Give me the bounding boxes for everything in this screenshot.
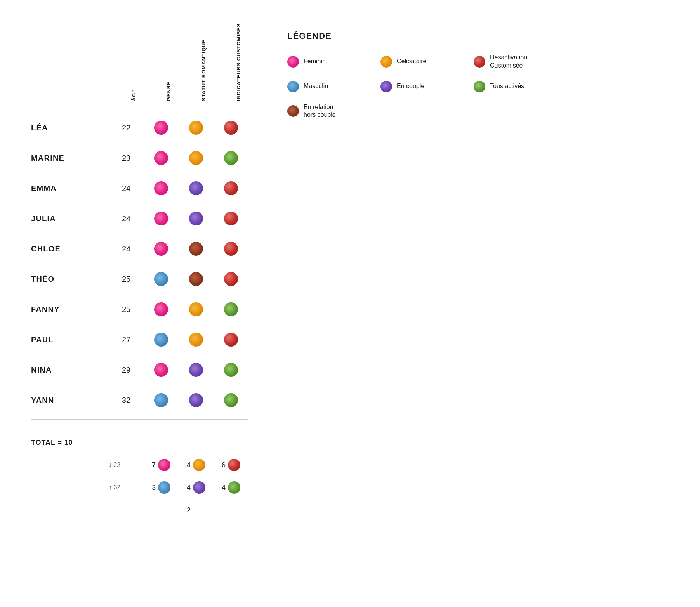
table-row: PAUL 27 (31, 324, 256, 355)
indicateur-dot (224, 242, 238, 256)
genre-dot (154, 181, 168, 195)
indicateur-dot (224, 212, 238, 225)
row-age: 24 (109, 245, 144, 253)
total-row: 2 (31, 499, 256, 521)
indicateur-dot (224, 151, 238, 165)
dot-genre (144, 363, 179, 377)
total-statut-dot (193, 481, 205, 494)
row-age: 25 (109, 305, 144, 314)
table-row: THÉO 25 (31, 264, 256, 294)
genre-dot (154, 363, 168, 377)
total-arrow-age: ↓ 22 (109, 461, 144, 468)
dot-statut (179, 363, 214, 377)
table-section: ÂGE GENRE STATUT ROMANTIQUE INDICATEURS … (31, 23, 256, 521)
legend-label-tous-actives: Tous activés (490, 82, 524, 90)
total-row: ↑ 32 3 4 4 (31, 476, 256, 499)
dot-indicateur (214, 272, 248, 286)
legend-label-relation-hors-couple: En relation hors couple (304, 103, 336, 120)
legend-dot-relation-hors-couple (287, 105, 299, 117)
col-header-age: ÂGE (116, 89, 151, 101)
row-name: EMMA (31, 184, 109, 193)
dot-statut (179, 121, 214, 135)
legend-dot-tous-actives (474, 81, 485, 92)
total-indicateur-cell: 4 (214, 481, 248, 494)
dot-statut (179, 242, 214, 256)
genre-dot (154, 272, 168, 286)
total-statut-dot (193, 459, 205, 471)
dot-statut (179, 333, 214, 347)
dot-statut (179, 151, 214, 165)
statut-dot (189, 121, 203, 135)
dot-indicateur (214, 151, 248, 165)
col-header-indicateurs: INDICATEURS CUSTOMISÉS (221, 23, 256, 101)
row-age: 29 (109, 366, 144, 375)
row-name: CHLOÉ (31, 245, 109, 253)
statut-dot (189, 333, 203, 347)
total-statut-dot (193, 504, 205, 516)
legend-item-célibataire: Célibataire (380, 54, 466, 70)
col-header-statut: STATUT ROMANTIQUE (186, 39, 221, 101)
row-name: NINA (31, 366, 109, 375)
total-rows-body: ↓ 22 7 4 6 ↑ 32 3 4 4 2 (31, 454, 256, 521)
indicateur-dot (224, 302, 238, 316)
total-arrow-age: ↑ 32 (109, 484, 144, 491)
dot-genre (144, 121, 179, 135)
dot-genre (144, 242, 179, 256)
statut-dot (189, 393, 203, 407)
row-age: 24 (109, 214, 144, 223)
genre-dot (154, 393, 168, 407)
row-age: 25 (109, 275, 144, 284)
row-name: THÉO (31, 275, 109, 284)
dot-statut (179, 302, 214, 316)
total-label: TOTAL = 10 (31, 439, 109, 447)
total-genre-cell: 7 (144, 459, 179, 471)
total-label-row: TOTAL = 10 (31, 431, 256, 454)
genre-dot (154, 212, 168, 225)
dot-indicateur (214, 181, 248, 195)
legend-item-désactivation: Désactivation Customisée (474, 54, 582, 70)
legend-dot-en-couple (380, 81, 392, 92)
table-row: MARINE 23 (31, 143, 256, 173)
row-name: JULIA (31, 214, 109, 223)
dot-genre (144, 212, 179, 225)
total-genre-cell: 3 (144, 481, 179, 494)
dot-statut (179, 393, 214, 407)
indicateur-dot (224, 272, 238, 286)
total-indicateur-cell: 6 (214, 459, 248, 471)
indicateur-dot (224, 393, 238, 407)
dot-indicateur (214, 212, 248, 225)
row-age: 32 (109, 396, 144, 405)
dot-genre (144, 393, 179, 407)
legend-section: LÉGENDE Féminin Célibataire Désactivatio… (287, 23, 582, 119)
dot-indicateur (214, 393, 248, 407)
total-statut-cell: 4 (179, 481, 214, 494)
legend-dot-masculin (287, 81, 299, 92)
total-row: ↓ 22 7 4 6 (31, 454, 256, 476)
total-indicateur-dot (228, 481, 240, 494)
table-row: EMMA 24 (31, 173, 256, 203)
row-name: YANN (31, 396, 109, 405)
indicateur-dot (224, 181, 238, 195)
table-body: LÉA 22 MARINE 23 EMMA 24 (31, 113, 256, 415)
dot-genre (144, 151, 179, 165)
legend-label-désactivation: Désactivation Customisée (490, 54, 527, 70)
legend-item-en-couple: En couple (380, 81, 466, 92)
genre-dot (154, 242, 168, 256)
total-section: TOTAL = 10 ↓ 22 7 4 6 ↑ 32 3 4 4 2 (31, 423, 256, 521)
genre-dot (154, 121, 168, 135)
col-header-genre: GENRE (151, 81, 186, 101)
legend-dot-désactivation (474, 56, 485, 68)
statut-dot (189, 181, 203, 195)
dot-indicateur (214, 363, 248, 377)
statut-dot (189, 242, 203, 256)
statut-dot (189, 302, 203, 316)
indicateur-dot (224, 363, 238, 377)
statut-dot (189, 212, 203, 225)
dot-indicateur (214, 302, 248, 316)
legend-item-féminin: Féminin (287, 54, 373, 70)
statut-dot (189, 272, 203, 286)
row-name: MARINE (31, 154, 109, 163)
row-name: PAUL (31, 335, 109, 344)
row-age: 27 (109, 335, 144, 344)
total-indicateur-dot (228, 459, 240, 471)
